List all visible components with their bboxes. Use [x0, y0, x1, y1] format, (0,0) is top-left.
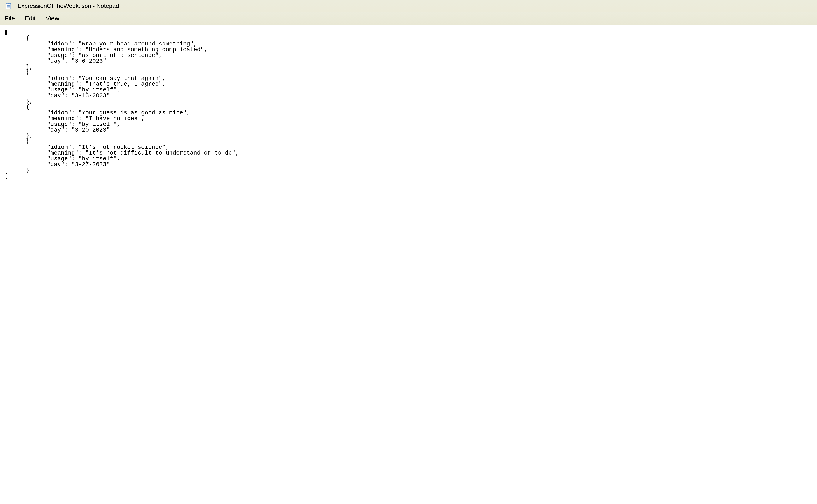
window-title: ExpressionOfTheWeek.json - Notepad	[17, 3, 119, 9]
menu-edit[interactable]: Edit	[24, 13, 37, 23]
svg-point-2	[6, 3, 7, 4]
svg-point-3	[7, 3, 8, 4]
titlebar: ExpressionOfTheWeek.json - Notepad	[0, 0, 817, 12]
notepad-app-icon	[5, 3, 11, 9]
menu-file[interactable]: File	[4, 13, 16, 23]
menu-view[interactable]: View	[45, 13, 60, 23]
text-editor[interactable]: [ { "idiom": "Wrap your head around some…	[0, 25, 817, 504]
editor-content: [ { "idiom": "Wrap your head around some…	[5, 29, 239, 179]
svg-point-5	[9, 3, 10, 4]
menubar: File Edit View	[0, 12, 817, 25]
svg-point-4	[9, 3, 9, 4]
